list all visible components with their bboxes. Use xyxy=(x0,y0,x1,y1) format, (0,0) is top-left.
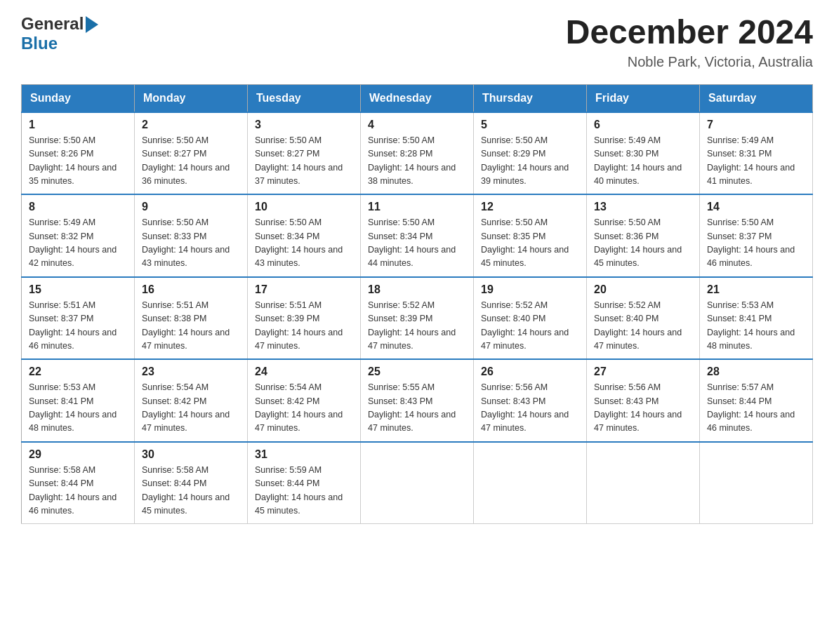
day-info: Sunrise: 5:58 AMSunset: 8:44 PMDaylight:… xyxy=(29,465,117,516)
day-number: 8 xyxy=(29,201,127,213)
calendar-header-wednesday: Wednesday xyxy=(361,84,474,112)
day-number: 30 xyxy=(142,448,240,461)
calendar-cell xyxy=(700,442,813,524)
day-info: Sunrise: 5:57 AMSunset: 8:44 PMDaylight:… xyxy=(707,382,795,433)
calendar-table: SundayMondayTuesdayWednesdayThursdayFrid… xyxy=(21,84,813,525)
day-info: Sunrise: 5:51 AMSunset: 8:37 PMDaylight:… xyxy=(29,300,117,351)
day-info: Sunrise: 5:58 AMSunset: 8:44 PMDaylight:… xyxy=(142,465,230,516)
day-number: 15 xyxy=(29,283,127,296)
day-info: Sunrise: 5:56 AMSunset: 8:43 PMDaylight:… xyxy=(481,382,569,433)
day-info: Sunrise: 5:49 AMSunset: 8:31 PMDaylight:… xyxy=(707,135,795,186)
day-number: 18 xyxy=(368,283,466,296)
day-info: Sunrise: 5:52 AMSunset: 8:40 PMDaylight:… xyxy=(594,300,682,351)
calendar-cell: 22 Sunrise: 5:53 AMSunset: 8:41 PMDaylig… xyxy=(22,359,135,442)
day-info: Sunrise: 5:50 AMSunset: 8:34 PMDaylight:… xyxy=(368,217,456,268)
day-info: Sunrise: 5:50 AMSunset: 8:33 PMDaylight:… xyxy=(142,217,230,268)
day-number: 25 xyxy=(368,365,466,378)
calendar-week-5: 29 Sunrise: 5:58 AMSunset: 8:44 PMDaylig… xyxy=(22,442,813,524)
calendar-cell xyxy=(474,442,587,524)
calendar-cell: 25 Sunrise: 5:55 AMSunset: 8:43 PMDaylig… xyxy=(361,359,474,442)
calendar-cell: 23 Sunrise: 5:54 AMSunset: 8:42 PMDaylig… xyxy=(135,359,248,442)
day-number: 7 xyxy=(707,119,805,131)
calendar-cell: 24 Sunrise: 5:54 AMSunset: 8:42 PMDaylig… xyxy=(248,359,361,442)
day-info: Sunrise: 5:51 AMSunset: 8:38 PMDaylight:… xyxy=(142,300,230,351)
day-info: Sunrise: 5:50 AMSunset: 8:36 PMDaylight:… xyxy=(594,217,682,268)
calendar-cell: 30 Sunrise: 5:58 AMSunset: 8:44 PMDaylig… xyxy=(135,442,248,524)
calendar-cell xyxy=(361,442,474,524)
day-number: 26 xyxy=(481,365,579,378)
calendar-cell: 14 Sunrise: 5:50 AMSunset: 8:37 PMDaylig… xyxy=(700,194,813,277)
calendar-cell: 15 Sunrise: 5:51 AMSunset: 8:37 PMDaylig… xyxy=(22,277,135,360)
calendar-header-thursday: Thursday xyxy=(474,84,587,112)
logo-triangle-icon xyxy=(86,16,98,33)
day-number: 14 xyxy=(707,201,805,213)
calendar-week-3: 15 Sunrise: 5:51 AMSunset: 8:37 PMDaylig… xyxy=(22,277,813,360)
day-number: 11 xyxy=(368,201,466,213)
logo-blue-text: Blue xyxy=(21,34,58,53)
calendar-cell: 26 Sunrise: 5:56 AMSunset: 8:43 PMDaylig… xyxy=(474,359,587,442)
calendar-cell: 2 Sunrise: 5:50 AMSunset: 8:27 PMDayligh… xyxy=(135,112,248,195)
calendar-cell: 31 Sunrise: 5:59 AMSunset: 8:44 PMDaylig… xyxy=(248,442,361,524)
calendar-header-friday: Friday xyxy=(587,84,700,112)
day-info: Sunrise: 5:56 AMSunset: 8:43 PMDaylight:… xyxy=(594,382,682,433)
calendar-cell: 6 Sunrise: 5:49 AMSunset: 8:30 PMDayligh… xyxy=(587,112,700,195)
day-info: Sunrise: 5:54 AMSunset: 8:42 PMDaylight:… xyxy=(142,382,230,433)
calendar-header-tuesday: Tuesday xyxy=(248,84,361,112)
day-number: 2 xyxy=(142,119,240,131)
day-number: 16 xyxy=(142,283,240,296)
calendar-cell: 19 Sunrise: 5:52 AMSunset: 8:40 PMDaylig… xyxy=(474,277,587,360)
day-info: Sunrise: 5:51 AMSunset: 8:39 PMDaylight:… xyxy=(255,300,343,351)
calendar-cell: 4 Sunrise: 5:50 AMSunset: 8:28 PMDayligh… xyxy=(361,112,474,195)
day-info: Sunrise: 5:50 AMSunset: 8:29 PMDaylight:… xyxy=(481,135,569,186)
day-info: Sunrise: 5:52 AMSunset: 8:40 PMDaylight:… xyxy=(481,300,569,351)
day-number: 31 xyxy=(255,448,353,461)
day-number: 23 xyxy=(142,365,240,378)
calendar-cell: 18 Sunrise: 5:52 AMSunset: 8:39 PMDaylig… xyxy=(361,277,474,360)
month-title: December 2024 xyxy=(566,14,813,51)
day-info: Sunrise: 5:50 AMSunset: 8:35 PMDaylight:… xyxy=(481,217,569,268)
calendar-header-row: SundayMondayTuesdayWednesdayThursdayFrid… xyxy=(22,84,813,112)
calendar-cell: 17 Sunrise: 5:51 AMSunset: 8:39 PMDaylig… xyxy=(248,277,361,360)
day-number: 24 xyxy=(255,365,353,378)
calendar-cell: 1 Sunrise: 5:50 AMSunset: 8:26 PMDayligh… xyxy=(22,112,135,195)
day-number: 27 xyxy=(594,365,692,378)
day-number: 20 xyxy=(594,283,692,296)
day-number: 6 xyxy=(594,119,692,131)
day-info: Sunrise: 5:50 AMSunset: 8:34 PMDaylight:… xyxy=(255,217,343,268)
day-info: Sunrise: 5:53 AMSunset: 8:41 PMDaylight:… xyxy=(29,382,117,433)
day-info: Sunrise: 5:55 AMSunset: 8:43 PMDaylight:… xyxy=(368,382,456,433)
day-info: Sunrise: 5:54 AMSunset: 8:42 PMDaylight:… xyxy=(255,382,343,433)
title-area: December 2024 Noble Park, Victoria, Aust… xyxy=(566,14,813,70)
calendar-cell: 12 Sunrise: 5:50 AMSunset: 8:35 PMDaylig… xyxy=(474,194,587,277)
calendar-cell: 20 Sunrise: 5:52 AMSunset: 8:40 PMDaylig… xyxy=(587,277,700,360)
logo: General Blue xyxy=(21,14,98,53)
day-info: Sunrise: 5:59 AMSunset: 8:44 PMDaylight:… xyxy=(255,465,343,516)
calendar-cell: 27 Sunrise: 5:56 AMSunset: 8:43 PMDaylig… xyxy=(587,359,700,442)
calendar-header-monday: Monday xyxy=(135,84,248,112)
calendar-cell: 3 Sunrise: 5:50 AMSunset: 8:27 PMDayligh… xyxy=(248,112,361,195)
page-header: General Blue December 2024 Noble Park, V… xyxy=(21,14,813,70)
calendar-header-saturday: Saturday xyxy=(700,84,813,112)
day-info: Sunrise: 5:52 AMSunset: 8:39 PMDaylight:… xyxy=(368,300,456,351)
calendar-cell xyxy=(587,442,700,524)
day-number: 13 xyxy=(594,201,692,213)
day-number: 12 xyxy=(481,201,579,213)
day-number: 22 xyxy=(29,365,127,378)
calendar-cell: 21 Sunrise: 5:53 AMSunset: 8:41 PMDaylig… xyxy=(700,277,813,360)
day-info: Sunrise: 5:50 AMSunset: 8:27 PMDaylight:… xyxy=(255,135,343,186)
calendar-cell: 5 Sunrise: 5:50 AMSunset: 8:29 PMDayligh… xyxy=(474,112,587,195)
day-info: Sunrise: 5:50 AMSunset: 8:37 PMDaylight:… xyxy=(707,217,795,268)
calendar-week-2: 8 Sunrise: 5:49 AMSunset: 8:32 PMDayligh… xyxy=(22,194,813,277)
day-number: 3 xyxy=(255,119,353,131)
day-number: 29 xyxy=(29,448,127,461)
day-info: Sunrise: 5:49 AMSunset: 8:32 PMDaylight:… xyxy=(29,217,117,268)
calendar-cell: 7 Sunrise: 5:49 AMSunset: 8:31 PMDayligh… xyxy=(700,112,813,195)
calendar-cell: 13 Sunrise: 5:50 AMSunset: 8:36 PMDaylig… xyxy=(587,194,700,277)
calendar-cell: 16 Sunrise: 5:51 AMSunset: 8:38 PMDaylig… xyxy=(135,277,248,360)
location-text: Noble Park, Victoria, Australia xyxy=(566,54,813,70)
day-info: Sunrise: 5:49 AMSunset: 8:30 PMDaylight:… xyxy=(594,135,682,186)
day-number: 19 xyxy=(481,283,579,296)
calendar-week-4: 22 Sunrise: 5:53 AMSunset: 8:41 PMDaylig… xyxy=(22,359,813,442)
day-number: 5 xyxy=(481,119,579,131)
day-info: Sunrise: 5:53 AMSunset: 8:41 PMDaylight:… xyxy=(707,300,795,351)
